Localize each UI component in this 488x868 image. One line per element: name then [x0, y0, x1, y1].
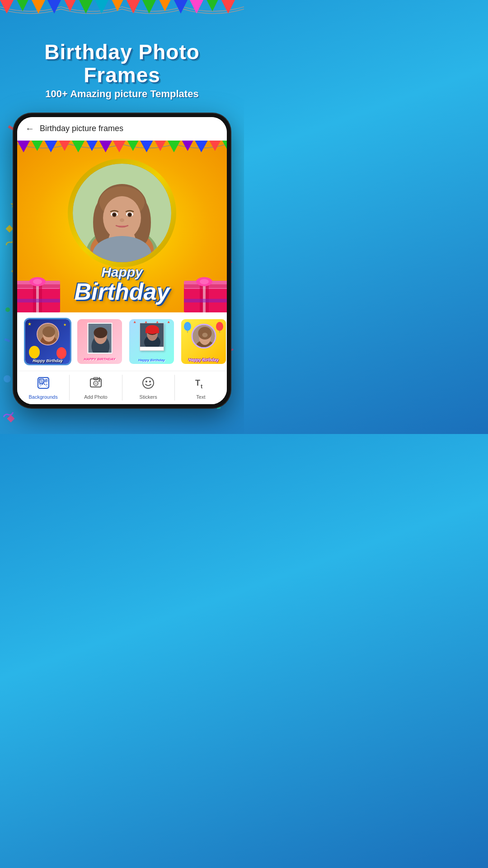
photo-frame[interactable] — [68, 159, 176, 267]
text-icon: T t — [194, 377, 207, 392]
photo-inner — [73, 164, 171, 262]
svg-marker-20 — [85, 141, 98, 151]
svg-point-102 — [94, 382, 97, 385]
svg-marker-30 — [222, 141, 227, 152]
nav-text-label: Text — [196, 394, 205, 400]
sub-title: 100+ Amazing picture Templates — [9, 88, 235, 100]
svg-point-84 — [184, 322, 191, 331]
svg-point-56 — [103, 196, 141, 240]
svg-marker-7 — [111, 0, 124, 11]
svg-marker-8 — [127, 0, 140, 14]
svg-point-68 — [56, 347, 66, 359]
svg-marker-22 — [113, 141, 126, 152]
svg-text:t: t — [201, 383, 203, 389]
svg-marker-6 — [95, 0, 108, 14]
nav-add-photo[interactable]: Add Photo — [70, 371, 122, 404]
svg-point-109 — [149, 381, 151, 382]
back-button[interactable]: ← — [25, 123, 34, 134]
svg-point-77 — [94, 327, 107, 338]
nav-stickers-label: Stickers — [140, 394, 157, 400]
svg-marker-19 — [72, 141, 84, 152]
templates-row: ★ ★ Happy Birthday — [17, 312, 227, 371]
phone-mockup: ← Birthday picture frames — [14, 113, 230, 408]
svg-rect-83 — [145, 330, 159, 333]
svg-point-92 — [202, 333, 207, 337]
top-bunting — [0, 0, 244, 36]
svg-marker-24 — [140, 141, 153, 152]
svg-point-63 — [120, 218, 124, 222]
app-bar: ← Birthday picture frames — [17, 117, 227, 141]
svg-marker-16 — [31, 141, 43, 151]
nav-stickers[interactable]: Stickers — [122, 371, 174, 404]
svg-marker-26 — [168, 141, 180, 152]
happy-text: Happy — [17, 264, 227, 280]
svg-marker-11 — [174, 0, 188, 14]
canvas-area: Happy Birthday — [17, 141, 227, 312]
phone-screen: ← Birthday picture frames — [17, 117, 227, 404]
template-thumb-3[interactable]: 🔺🔺🔺🔺 Happy Birthday — [128, 318, 175, 365]
svg-marker-28 — [195, 141, 207, 152]
bottom-nav: Backgrounds Add Photo — [17, 371, 227, 404]
svg-text:T: T — [195, 378, 200, 387]
svg-point-73 — [42, 326, 55, 337]
svg-point-65 — [29, 346, 40, 359]
svg-marker-27 — [181, 141, 194, 151]
svg-marker-1 — [16, 0, 29, 11]
svg-marker-21 — [99, 141, 112, 152]
svg-marker-17 — [45, 141, 57, 152]
svg-point-108 — [145, 381, 147, 382]
birthday-text-area: Happy Birthday — [17, 264, 227, 303]
main-title: Birthday Photo Frames — [9, 41, 235, 86]
nav-add-photo-label: Add Photo — [84, 394, 107, 400]
svg-point-107 — [143, 377, 154, 388]
svg-marker-13 — [206, 0, 219, 11]
nav-text[interactable]: T t Text — [175, 371, 227, 404]
stickers-icon — [142, 377, 155, 392]
svg-point-61 — [113, 213, 116, 216]
svg-point-62 — [128, 213, 131, 216]
svg-marker-25 — [154, 141, 167, 151]
template-thumb-4[interactable]: Happy Birthday — [180, 318, 227, 365]
header-section: Birthday Photo Frames 100+ Amazing pictu… — [0, 36, 244, 109]
nav-backgrounds[interactable]: Backgrounds — [17, 371, 69, 404]
add-photo-icon — [89, 377, 102, 392]
nav-backgrounds-label: Backgrounds — [29, 394, 58, 400]
template-thumb-2[interactable]: HAPPY BIRTHDAY — [76, 318, 123, 365]
svg-marker-4 — [63, 0, 77, 11]
screen-title: Birthday picture frames — [40, 124, 123, 133]
template-thumb-1[interactable]: ★ ★ Happy Birthday — [24, 318, 71, 365]
birthday-text: Birthday — [17, 280, 227, 303]
backgrounds-icon — [37, 377, 50, 392]
svg-marker-18 — [58, 141, 71, 151]
svg-point-86 — [216, 322, 223, 331]
